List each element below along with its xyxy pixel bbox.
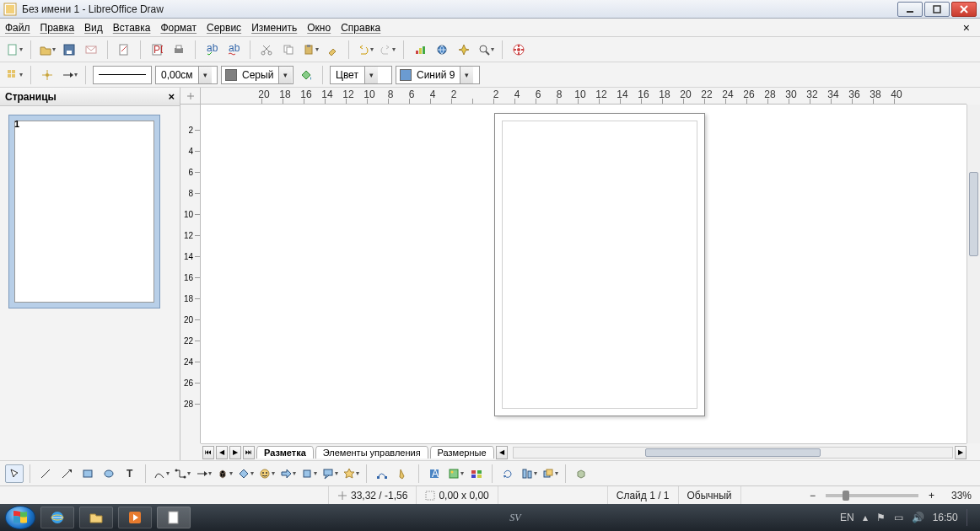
tray-show-hidden-icon[interactable]: ▴ [863,512,868,523]
tray-clock[interactable]: 16:50 [933,512,958,523]
maximize-button[interactable] [924,2,950,17]
drawing-page[interactable] [494,113,705,416]
horizontal-scrollbar[interactable] [513,447,954,459]
menu-tools[interactable]: Сервис [207,22,241,34]
tab-nav-first[interactable]: ⏮ [202,446,214,459]
copy-button[interactable] [279,40,298,59]
tab-scroll-right[interactable]: ▶ [955,446,967,459]
area-fill-button[interactable] [297,66,315,84]
gallery-tool[interactable] [467,464,486,483]
horizontal-ruler[interactable]: 2018161412108642246810121416182022242628… [201,88,967,105]
layer-tab-dimensions[interactable]: Размерные [430,446,494,459]
hyperlink-button[interactable] [433,40,451,59]
fill-color-combo[interactable]: Синий 9 [396,66,480,84]
arrow-line-tool[interactable] [57,464,76,483]
paste-button[interactable] [301,40,320,59]
3d-objects-tool[interactable] [215,464,234,483]
line-tool[interactable] [36,464,55,483]
new-button[interactable] [5,40,24,59]
ruler-corner[interactable] [180,88,201,105]
tray-volume-icon[interactable]: 🔊 [912,512,924,523]
export-pdf-button[interactable]: PDF [148,40,166,59]
tray-lang[interactable]: EN [840,512,854,523]
from-file-tool[interactable] [446,464,465,483]
tab-scroll-left[interactable]: ◀ [496,446,508,459]
callouts-tool[interactable] [320,464,339,483]
minimize-button[interactable] [897,2,923,17]
redo-button[interactable] [378,40,396,59]
tab-nav-prev[interactable]: ◀ [216,446,228,459]
zoom-in-icon[interactable]: + [929,490,934,502]
tray-network-icon[interactable]: ▭ [894,512,903,523]
tab-nav-next[interactable]: ▶ [229,446,241,459]
email-button[interactable] [82,40,100,59]
close-button[interactable] [951,2,977,17]
tab-nav-last[interactable]: ⏭ [243,446,255,459]
menu-help[interactable]: Справка [341,22,380,34]
menu-modify[interactable]: Изменить [251,22,297,34]
taskbar-media[interactable] [118,507,152,528]
pages-panel-close-icon[interactable]: × [168,90,175,103]
spellcheck-button[interactable]: abc [202,40,221,59]
cut-button[interactable] [257,40,276,59]
edit-doc-button[interactable] [115,40,133,59]
chart-button[interactable] [411,40,429,59]
ellipse-tool[interactable] [100,464,118,483]
menu-window[interactable]: Окно [307,22,331,34]
layer-tab-controls[interactable]: Элементы управления [315,446,428,459]
open-button[interactable] [38,40,57,59]
select-tool[interactable] [5,464,24,483]
show-grid-button[interactable] [5,66,24,84]
line-style-combo[interactable] [93,66,152,84]
align-tool[interactable] [520,464,538,483]
zoom-slider[interactable] [826,494,918,497]
show-desktop-button[interactable] [967,509,975,526]
zoom-value[interactable]: 33% [943,486,980,504]
document-close-icon[interactable]: × [958,21,975,35]
taskbar-explorer[interactable] [79,507,113,528]
block-arrows-tool[interactable] [278,464,297,483]
vertical-ruler[interactable]: 246810121416182022242628 [180,105,201,443]
arrange-tool[interactable] [541,464,559,483]
page-thumbnail-1[interactable]: 1 [8,115,160,308]
flowchart-tool[interactable] [299,464,318,483]
format-paintbrush-button[interactable] [323,40,342,59]
curve-tool[interactable] [152,464,170,483]
taskbar-draw[interactable] [157,507,191,528]
print-button[interactable] [170,40,188,59]
help-button[interactable] [509,40,528,59]
tray-flag-icon[interactable]: ⚑ [876,512,886,523]
connector-tool[interactable] [173,464,191,483]
taskbar-ie[interactable] [40,507,74,528]
undo-button[interactable] [356,40,374,59]
glue-points-tool[interactable] [394,464,412,483]
canvas-viewport[interactable] [201,105,967,443]
edit-points-tool[interactable] [373,464,391,483]
lines-arrows-tool[interactable] [194,464,213,483]
menu-format[interactable]: Формат [160,22,197,34]
symbol-shapes-tool[interactable] [257,464,276,483]
rotate-tool[interactable] [498,464,517,483]
fontwork-tool[interactable]: A [425,464,444,483]
status-page-style[interactable]: Обычный [679,486,741,504]
stars-tool[interactable] [342,464,360,483]
line-color-combo[interactable]: Серый [221,66,293,84]
vertical-scrollbar[interactable] [967,105,980,443]
layer-tab-layout[interactable]: Разметка [256,446,314,459]
text-tool[interactable]: T [121,464,139,483]
extrusion-tool[interactable] [572,464,590,483]
line-width-combo[interactable]: 0,00см [155,66,218,84]
menu-file[interactable]: Файл [5,22,30,34]
rectangle-tool[interactable] [78,464,97,483]
fill-type-combo[interactable]: Цвет [330,66,392,84]
zoom-out-icon[interactable]: − [810,490,816,502]
arrow-style-button[interactable] [60,66,78,84]
menu-view[interactable]: Вид [84,22,103,34]
menu-insert[interactable]: Вставка [113,22,151,34]
start-button[interactable] [5,506,35,529]
basic-shapes-tool[interactable] [236,464,255,483]
auto-spellcheck-button[interactable]: abc [224,40,243,59]
zoom-button[interactable] [477,40,495,59]
snap-lines-button[interactable] [38,66,57,84]
menu-edit[interactable]: Правка [40,22,75,34]
